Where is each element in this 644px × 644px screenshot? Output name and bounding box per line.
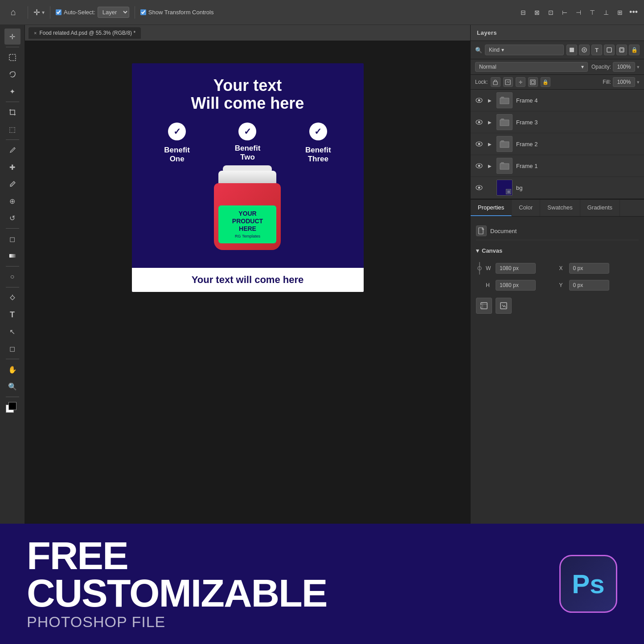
canvas-tab-active[interactable]: × Food related Ad.psd @ 55.3% (RGB/8) * xyxy=(29,27,141,39)
layer-item-frame4[interactable]: ▶ Frame 4 xyxy=(471,90,644,111)
height-input[interactable] xyxy=(496,280,536,291)
filter-pixel[interactable] xyxy=(566,45,577,55)
eyedropper-tool[interactable] xyxy=(4,142,21,158)
layer-visibility-frame2[interactable] xyxy=(475,140,483,148)
canvas-buttons xyxy=(476,298,639,314)
align-btn-5[interactable]: ⊣ xyxy=(572,6,585,19)
tool-sep-4 xyxy=(6,228,19,229)
promo-sub: PHOTOSHOP FILE xyxy=(27,613,541,631)
gradient-tool[interactable] xyxy=(4,248,21,264)
path-selection-tool[interactable]: ↖ xyxy=(4,324,21,340)
move-tool[interactable]: ✛ xyxy=(4,29,21,45)
auto-select-dropdown[interactable]: Layer Group xyxy=(98,7,129,18)
frame-tool[interactable]: ⬚ xyxy=(4,121,21,137)
canvas-collapse-icon: ▾ xyxy=(476,247,479,254)
y-field-group: Y xyxy=(559,280,639,291)
layer-visibility-bg[interactable] xyxy=(475,184,483,192)
layer-item-bg[interactable]: ⊞ bg xyxy=(471,177,644,199)
layer-item-frame3[interactable]: ▶ Frame 3 xyxy=(471,111,644,133)
show-transform-checkbox[interactable] xyxy=(140,9,146,15)
clone-tool[interactable]: ⊕ xyxy=(4,193,21,209)
benefit-three: ✓ BenefitThree xyxy=(289,123,347,164)
document-icon xyxy=(476,226,487,236)
crop-tool[interactable] xyxy=(4,104,21,120)
healing-tool[interactable]: ✚ xyxy=(4,159,21,175)
magic-wand-tool[interactable]: ✦ xyxy=(4,83,21,99)
layer-item-frame1[interactable]: ▶ Frame 1 xyxy=(471,155,644,177)
align-btn-3[interactable]: ⊡ xyxy=(545,6,557,19)
layers-lock-row: Lock: ✛ 🔒 Fill: ▾ xyxy=(471,75,644,90)
layer-expand-frame3[interactable]: ▶ xyxy=(487,119,493,125)
tab-gradients[interactable]: Gradients xyxy=(580,200,620,216)
tab-close[interactable]: × xyxy=(34,30,37,36)
move-tool-group: ✛ ▾ xyxy=(33,8,45,17)
opacity-input[interactable] xyxy=(613,62,635,72)
lock-all[interactable]: 🔒 xyxy=(541,77,550,87)
home-button[interactable]: ⌂ xyxy=(4,4,22,21)
marquee-tool[interactable] xyxy=(4,49,21,66)
show-transform-group: Show Transform Controls xyxy=(140,9,214,16)
align-btn-8[interactable]: ⊞ xyxy=(614,6,626,19)
layer-visibility-frame1[interactable] xyxy=(475,162,483,170)
blend-mode-dropdown[interactable]: Normal ▾ xyxy=(475,62,588,72)
lock-image[interactable] xyxy=(503,77,513,87)
layers-filter-row: 🔍 Kind ▾ T 🔒 xyxy=(471,41,644,59)
align-btn-2[interactable]: ⊠ xyxy=(531,6,543,19)
canvas-section-header[interactable]: ▾ Canvas xyxy=(476,245,639,257)
lasso-tool[interactable] xyxy=(4,66,21,82)
layer-item-frame2[interactable]: ▶ Frame 2 xyxy=(471,133,644,155)
brush-tool[interactable] xyxy=(4,176,21,192)
eraser-tool[interactable]: ◻ xyxy=(4,231,21,247)
layer-visibility-frame4[interactable] xyxy=(475,96,483,104)
benefit-one: ✓ BenefitOne xyxy=(148,123,206,164)
layer-expand-frame4[interactable]: ▶ xyxy=(487,97,493,103)
align-btn-4[interactable]: ⊢ xyxy=(558,6,571,19)
width-input[interactable] xyxy=(496,263,536,274)
svg-rect-9 xyxy=(530,80,535,85)
move-chevron[interactable]: ▾ xyxy=(42,9,45,16)
canvas-resize-btn[interactable] xyxy=(476,298,492,314)
svg-rect-10 xyxy=(532,81,534,83)
align-btn-7[interactable]: ⊥ xyxy=(600,6,612,19)
svg-point-18 xyxy=(478,165,480,167)
tab-color[interactable]: Color xyxy=(512,200,540,216)
hand-tool[interactable]: ✋ xyxy=(4,361,21,377)
filter-adjustment[interactable] xyxy=(579,45,590,55)
y-input[interactable] xyxy=(569,280,609,291)
layer-visibility-frame3[interactable] xyxy=(475,118,483,126)
filter-type[interactable]: T xyxy=(591,45,602,55)
toolbar-divider-2 xyxy=(50,6,50,19)
tab-swatches[interactable]: Swatches xyxy=(540,200,580,216)
toolbar-divider-3 xyxy=(135,6,135,19)
foreground-color[interactable] xyxy=(4,399,21,415)
layer-thumb-frame2 xyxy=(496,136,513,152)
filter-smart[interactable] xyxy=(616,45,627,55)
type-tool[interactable]: T xyxy=(4,307,21,323)
auto-select-checkbox[interactable] xyxy=(56,9,62,15)
move-icon: ✛ xyxy=(33,8,40,17)
align-btn-6[interactable]: ⊤ xyxy=(586,6,599,19)
history-tool[interactable]: ↺ xyxy=(4,210,21,226)
zoom-tool[interactable]: 🔍 xyxy=(4,378,21,394)
lock-position[interactable]: ✛ xyxy=(516,77,525,87)
x-input[interactable] xyxy=(569,263,609,274)
align-btn-1[interactable]: ⊟ xyxy=(517,6,529,19)
filter-shape[interactable] xyxy=(604,45,615,55)
fill-input[interactable] xyxy=(613,77,635,87)
filter-lock[interactable]: 🔒 xyxy=(629,45,640,55)
right-panel: Layers 🔍 Kind ▾ T xyxy=(470,25,644,524)
tab-properties[interactable]: Properties xyxy=(471,200,512,216)
dodge-tool[interactable]: ○ xyxy=(4,269,21,285)
opacity-control: Opacity: ▾ xyxy=(591,62,640,72)
lock-artboard[interactable] xyxy=(528,77,538,87)
canvas-workspace[interactable]: Your text Will come here ✓ BenefitOne ✓ xyxy=(25,41,470,524)
lock-pixels[interactable] xyxy=(491,77,500,87)
layers-kind-dropdown[interactable]: Kind ▾ xyxy=(485,45,564,55)
layer-expand-frame1[interactable]: ▶ xyxy=(487,163,493,169)
shape-tool[interactable]: ◻ xyxy=(4,340,21,357)
pen-tool[interactable] xyxy=(4,290,21,306)
canvas-image-size-btn[interactable] xyxy=(496,298,512,314)
layer-expand-frame2[interactable]: ▶ xyxy=(487,141,493,147)
more-options[interactable]: ••• xyxy=(628,8,640,17)
top-toolbar: ⌂ ✛ ▾ Auto-Select: Layer Group Show Tran… xyxy=(0,0,644,25)
